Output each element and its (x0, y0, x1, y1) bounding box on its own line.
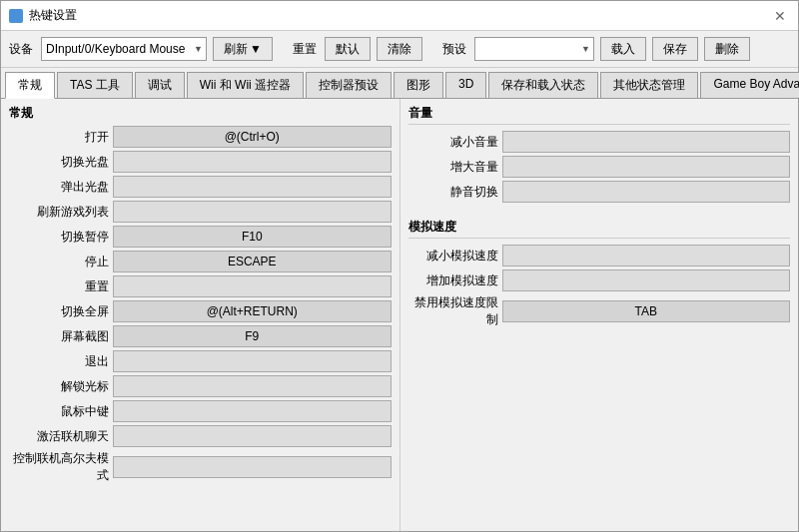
volume-section: 音量 减小音量增大音量静音切换 (408, 105, 791, 203)
tab-bar: 常规 TAS 工具 调试 Wii 和 Wii 遥控器 控制器预设 图形 3D 保… (1, 68, 798, 99)
hotkey-row: 切换全屏 (9, 300, 392, 322)
speed-list: 减小模拟速度增加模拟速度禁用模拟速度限制 (408, 245, 791, 328)
speed-label: 禁用模拟速度限制 (408, 294, 498, 328)
app-icon (9, 9, 23, 23)
hotkey-row: 退出 (9, 350, 392, 372)
volume-label: 减小音量 (408, 134, 498, 151)
hotkey-label: 切换光盘 (9, 154, 109, 171)
volume-input[interactable] (502, 181, 791, 203)
main-content: 常规 打开切换光盘弹出光盘刷新游戏列表切换暂停停止重置切换全屏屏幕截图退出解锁光… (1, 99, 798, 531)
load-button[interactable]: 载入 (600, 37, 646, 61)
hotkey-label: 鼠标中键 (9, 403, 109, 420)
hotkey-label: 控制联机高尔夫模式 (9, 450, 109, 484)
tab-tas[interactable]: TAS 工具 (57, 72, 133, 98)
hotkey-row: 停止 (9, 251, 392, 272)
hotkey-label: 重置 (9, 278, 109, 295)
hotkey-input[interactable] (113, 201, 392, 223)
hotkey-row: 控制联机高尔夫模式 (9, 450, 392, 484)
tab-statemanage[interactable]: 其他状态管理 (600, 72, 698, 98)
refresh-button[interactable]: 刷新 ▼ (213, 37, 273, 61)
speed-row: 禁用模拟速度限制 (408, 294, 791, 328)
reset-group-label: 重置 (293, 41, 317, 58)
tab-3d[interactable]: 3D (445, 72, 486, 98)
preset-group: 预设 ▼ 载入 保存 删除 (442, 37, 750, 61)
speed-input[interactable] (502, 269, 791, 291)
hotkey-row: 切换光盘 (9, 151, 392, 173)
clear-button[interactable]: 清除 (377, 37, 422, 61)
toolbar: 设备 DInput/0/Keyboard Mouse ▼ 刷新 ▼ 重置 默认 … (1, 31, 798, 68)
speed-section-title: 模拟速度 (408, 219, 791, 239)
left-panel: 常规 打开切换光盘弹出光盘刷新游戏列表切换暂停停止重置切换全屏屏幕截图退出解锁光… (1, 99, 400, 531)
hotkey-row: 鼠标中键 (9, 400, 392, 422)
tab-general[interactable]: 常规 (5, 72, 55, 99)
speed-row: 增加模拟速度 (408, 269, 791, 291)
hotkey-input[interactable] (113, 151, 392, 173)
hotkey-list: 打开切换光盘弹出光盘刷新游戏列表切换暂停停止重置切换全屏屏幕截图退出解锁光标鼠标… (9, 126, 392, 484)
volume-section-title: 音量 (408, 105, 791, 125)
hotkey-input[interactable] (113, 375, 392, 397)
hotkey-input[interactable] (113, 126, 392, 148)
tab-wii[interactable]: Wii 和 Wii 遥控器 (187, 72, 304, 98)
speed-input[interactable] (502, 245, 791, 266)
hotkey-input[interactable] (113, 400, 392, 422)
window-title: 热键设置 (29, 7, 77, 24)
speed-row: 减小模拟速度 (408, 245, 791, 266)
device-select[interactable]: DInput/0/Keyboard Mouse (41, 37, 207, 61)
tab-graphics[interactable]: 图形 (394, 72, 443, 98)
volume-label: 增大音量 (408, 159, 498, 176)
hotkey-label: 弹出光盘 (9, 179, 109, 196)
hotkey-input[interactable] (113, 425, 392, 447)
speed-label: 减小模拟速度 (408, 248, 498, 265)
hotkey-label: 切换暂停 (9, 229, 109, 246)
title-bar: 热键设置 ✕ (1, 1, 798, 31)
save-button[interactable]: 保存 (652, 37, 698, 61)
reset-group: 重置 默认 清除 (293, 37, 422, 61)
preset-select-wrapper: ▼ (474, 37, 594, 61)
speed-label: 增加模拟速度 (408, 272, 498, 289)
volume-input[interactable] (502, 131, 791, 153)
close-button[interactable]: ✕ (770, 6, 790, 26)
volume-list: 减小音量增大音量静音切换 (408, 131, 791, 203)
volume-input[interactable] (502, 156, 791, 178)
hotkey-label: 退出 (9, 353, 109, 370)
hotkey-input[interactable] (113, 176, 392, 198)
hotkey-label: 刷新游戏列表 (9, 204, 109, 221)
right-panel: 音量 减小音量增大音量静音切换 模拟速度 减小模拟速度增加模拟速度禁用模拟速度限… (400, 99, 799, 531)
speed-section: 模拟速度 减小模拟速度增加模拟速度禁用模拟速度限制 (408, 219, 791, 328)
main-window: 热键设置 ✕ 设备 DInput/0/Keyboard Mouse ▼ 刷新 ▼… (0, 0, 799, 532)
hotkey-input[interactable] (113, 226, 392, 248)
hotkey-label: 解锁光标 (9, 378, 109, 395)
preset-label: 预设 (442, 41, 466, 58)
tab-controller[interactable]: 控制器预设 (306, 72, 392, 98)
hotkey-input[interactable] (113, 275, 392, 297)
hotkey-input[interactable] (113, 300, 392, 322)
volume-row: 增大音量 (408, 156, 791, 178)
hotkey-row: 切换暂停 (9, 226, 392, 248)
tab-gba[interactable]: Game Boy Advance (700, 72, 799, 98)
device-group: 设备 DInput/0/Keyboard Mouse ▼ 刷新 ▼ (9, 37, 273, 61)
hotkey-row: 屏幕截图 (9, 325, 392, 347)
hotkey-input[interactable] (113, 456, 392, 478)
hotkey-row: 激活联机聊天 (9, 425, 392, 447)
hotkey-row: 刷新游戏列表 (9, 201, 392, 223)
hotkey-label: 激活联机聊天 (9, 428, 109, 445)
hotkey-input[interactable] (113, 325, 392, 347)
hotkey-label: 打开 (9, 129, 109, 146)
delete-button[interactable]: 删除 (704, 37, 750, 61)
title-bar-left: 热键设置 (9, 7, 77, 24)
volume-row: 静音切换 (408, 181, 791, 203)
device-label: 设备 (9, 41, 33, 58)
left-section-title: 常规 (9, 105, 392, 122)
speed-input[interactable] (502, 300, 791, 322)
tab-saveload[interactable]: 保存和载入状态 (488, 72, 598, 98)
hotkey-input[interactable] (113, 251, 392, 272)
tab-debug[interactable]: 调试 (135, 72, 185, 98)
device-select-wrapper: DInput/0/Keyboard Mouse ▼ (41, 37, 207, 61)
hotkey-label: 屏幕截图 (9, 328, 109, 345)
preset-select[interactable] (474, 37, 594, 61)
default-button[interactable]: 默认 (325, 37, 371, 61)
hotkey-input[interactable] (113, 350, 392, 372)
hotkey-row: 解锁光标 (9, 375, 392, 397)
hotkey-row: 弹出光盘 (9, 176, 392, 198)
hotkey-label: 停止 (9, 254, 109, 270)
